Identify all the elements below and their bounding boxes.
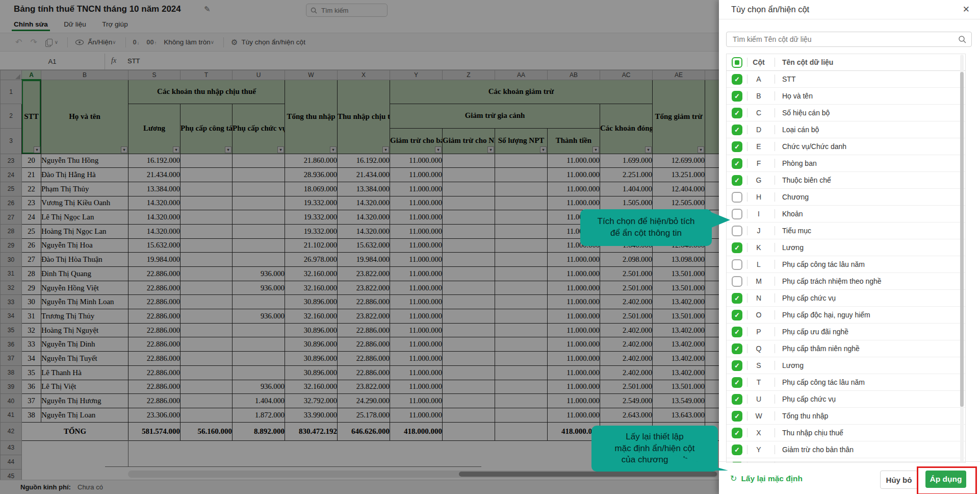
check-icon: ✓ (734, 463, 740, 463)
checked-checkbox[interactable]: ✓ (732, 377, 742, 388)
unchecked-checkbox[interactable] (732, 259, 742, 270)
column-divider (775, 462, 775, 463)
column-name-label: STT (782, 75, 795, 83)
apply-button[interactable]: Áp dụng (925, 471, 966, 488)
column-list-item-Z[interactable]: ✓ZGiảm trừ cho NPT (727, 458, 965, 463)
checkbox-cell: ✓ (732, 360, 742, 371)
checked-checkbox[interactable]: ✓ (732, 74, 742, 85)
column-list-item-A[interactable]: ✓ASTT (727, 71, 965, 88)
checked-checkbox[interactable]: ✓ (732, 91, 742, 102)
column-letter-label: W (747, 412, 770, 420)
checkbox-cell: ✓ (732, 91, 742, 102)
checked-checkbox[interactable]: ✓ (732, 394, 742, 405)
column-name-label: Phụ cấp công tác lâu năm (782, 378, 865, 386)
check-icon: ✓ (734, 429, 740, 437)
checked-checkbox[interactable]: ✓ (732, 293, 742, 304)
column-list-item-O[interactable]: ✓OPhụ cấp độc hại, nguy hiểm (727, 307, 965, 324)
column-letter-label: U (747, 395, 770, 403)
column-list-item-B[interactable]: ✓BHọ và tên (727, 88, 965, 105)
checked-checkbox[interactable]: ✓ (732, 158, 742, 169)
unchecked-checkbox[interactable] (732, 209, 742, 219)
column-list-item-G[interactable]: ✓GThuộc biên chế (727, 172, 965, 189)
checkbox-cell: ✓ (732, 377, 742, 388)
column-list-item-K[interactable]: ✓KLương (727, 239, 965, 256)
column-list-item-F[interactable]: ✓FPhòng ban (727, 155, 965, 172)
column-divider (775, 226, 775, 235)
checkbox-cell (732, 192, 742, 203)
checkbox-cell: ✓ (732, 444, 742, 455)
column-list-item-J[interactable]: JTiểu mục (727, 223, 965, 239)
checked-checkbox[interactable]: ✓ (732, 327, 742, 337)
cancel-button[interactable]: Hủy bỏ (880, 471, 918, 489)
column-letter-label: T (747, 378, 770, 386)
column-name-label: Khoản (782, 210, 803, 218)
refresh-icon: ↻ (730, 474, 737, 483)
column-list-item-Y[interactable]: ✓YGiảm trừ cho bản thân (727, 441, 965, 458)
column-search-box[interactable] (726, 32, 972, 47)
column-divider (775, 428, 775, 437)
checked-checkbox[interactable]: ✓ (732, 411, 742, 422)
column-list-item-P[interactable]: ✓PPhụ cấp ưu đãi nghề (727, 324, 965, 340)
column-list-item-C[interactable]: ✓CSố hiệu cán bộ (727, 105, 965, 121)
column-name-label: Giảm trừ cho bản thân (782, 446, 854, 454)
check-icon: ✓ (734, 109, 740, 117)
column-name-label: Phụ cấp chức vụ (782, 294, 836, 302)
checkbox-cell (732, 209, 742, 219)
column-list-item-E[interactable]: ✓EChức vụ/Chức danh (727, 138, 965, 155)
check-icon: ✓ (734, 328, 740, 336)
column-letter-label: C (747, 109, 770, 117)
checkbox-cell: ✓ (732, 293, 742, 304)
panel-scrollbar-thumb[interactable] (960, 72, 964, 407)
checked-checkbox[interactable]: ✓ (732, 360, 742, 371)
close-icon[interactable]: ✕ (963, 4, 970, 15)
column-letter-label: A (747, 75, 770, 83)
column-list-item-Q[interactable]: ✓QPhụ cấp thâm niên nghề (727, 340, 965, 357)
column-divider (775, 277, 775, 286)
checkbox-cell: ✓ (732, 141, 742, 152)
column-divider (775, 209, 775, 218)
column-letter-label: X (747, 429, 770, 437)
column-name-label: Lương (782, 361, 804, 369)
check-icon: ✓ (734, 294, 740, 302)
checked-checkbox[interactable]: ✓ (732, 343, 742, 354)
column-list-item-S[interactable]: ✓SLương (727, 357, 965, 374)
column-list-item-H[interactable]: HChương (727, 189, 965, 206)
column-search-input[interactable] (727, 35, 958, 44)
column-list-item-W[interactable]: ✓WTổng thu nhập (727, 408, 965, 425)
column-divider (775, 445, 775, 454)
select-all-checkbox[interactable] (732, 57, 742, 68)
column-divider (775, 176, 775, 185)
column-name-label: Tổng thu nhập (782, 412, 828, 420)
checked-checkbox[interactable]: ✓ (732, 125, 742, 135)
check-icon: ✓ (734, 362, 740, 369)
checked-checkbox[interactable]: ✓ (732, 108, 742, 118)
checked-checkbox[interactable]: ✓ (732, 141, 742, 152)
column-name-label: Loại cán bộ (782, 126, 819, 134)
unchecked-checkbox[interactable] (732, 276, 742, 287)
check-icon: ✓ (734, 177, 740, 184)
panel-scrollbar[interactable] (960, 55, 964, 462)
dim-overlay (0, 0, 719, 494)
column-list-item-L[interactable]: LPhụ cấp công tác lâu năm (727, 256, 965, 273)
column-list-item-X[interactable]: ✓XThu nhập chịu thuế (727, 425, 965, 441)
column-list-item-D[interactable]: ✓DLoại cán bộ (727, 121, 965, 138)
checked-checkbox[interactable]: ✓ (732, 242, 742, 253)
unchecked-checkbox[interactable] (732, 192, 742, 203)
checked-checkbox[interactable]: ✓ (732, 444, 742, 455)
tooltip-arrow-icon (668, 442, 730, 472)
unchecked-checkbox[interactable] (732, 226, 742, 236)
column-divider (775, 125, 775, 134)
reset-default-button[interactable]: ↻ Lấy lại mặc định (730, 474, 803, 483)
checked-checkbox[interactable]: ✓ (732, 428, 742, 438)
column-list-item-M[interactable]: MPhụ cấp trách nhiệm theo nghề (727, 273, 965, 290)
column-divider (775, 344, 775, 353)
column-list-item-N[interactable]: ✓NPhụ cấp chức vụ (727, 290, 965, 307)
column-list-item-T[interactable]: ✓TPhụ cấp công tác lâu năm (727, 374, 965, 391)
spreadsheet-area: Bảng tính thuế TNCN tháng 10 năm 2024 ✎ … (0, 0, 719, 494)
column-name-label: Lương (782, 243, 804, 252)
column-list-item-U[interactable]: ✓UPhụ cấp chức vụ (727, 391, 965, 408)
column-list-item-I[interactable]: IKhoản (727, 206, 965, 223)
column-name-label: Chương (782, 193, 809, 201)
checked-checkbox[interactable]: ✓ (732, 175, 742, 186)
checked-checkbox[interactable]: ✓ (732, 310, 742, 320)
